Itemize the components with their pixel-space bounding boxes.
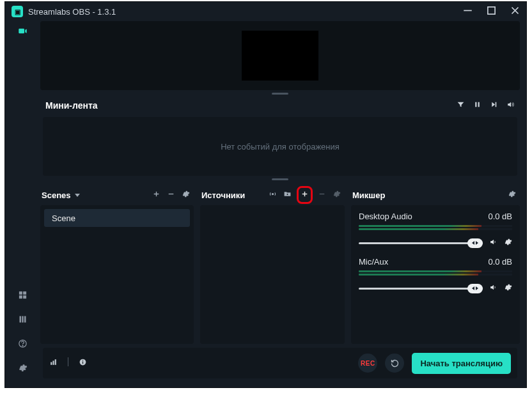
add-folder-source-icon[interactable] [283,190,292,200]
add-source-button[interactable] [297,186,313,204]
svg-rect-2 [23,291,26,295]
record-button[interactable]: REC [358,354,377,373]
settings-icon[interactable] [18,363,27,375]
filter-icon[interactable] [457,100,465,111]
track-settings-icon[interactable] [504,238,512,248]
preview-area [40,21,520,90]
window-title: Streamlabs OBS - 1.3.1 [28,7,116,17]
pause-icon[interactable] [473,100,481,111]
mute-icon[interactable] [489,283,497,293]
scene-settings-button[interactable] [182,190,190,200]
volume-slider[interactable] [359,288,483,290]
svg-rect-11 [478,102,480,107]
remove-source-button[interactable] [318,190,326,200]
mixer-item-level: 0.0 dB [488,257,512,267]
audio-meter [359,270,512,272]
sources-panel: Источники [200,185,345,344]
minifeed-heading: Мини-лента [45,100,98,111]
svg-point-9 [22,345,23,346]
editor-icon[interactable] [18,27,27,38]
add-broadcast-source-icon[interactable] [269,190,277,200]
go-live-button[interactable]: Начать трансляцию [412,353,511,374]
skip-icon[interactable] [490,100,498,111]
scene-item-label: Scene [52,214,75,223]
sources-body [200,205,345,344]
svg-rect-0 [488,7,495,14]
svg-rect-6 [22,316,24,323]
svg-rect-3 [19,295,22,299]
source-settings-button[interactable] [332,190,341,200]
scenes-panel: Scenes Scene [40,185,194,344]
minifeed-body: Нет событий для отображения [43,117,517,176]
divider [68,357,68,366]
resize-grip-2[interactable] [40,176,520,182]
window: ▣ Streamlabs OBS - 1.3.1 [4,1,527,388]
sources-heading: Источники [201,190,245,200]
mixer-item: Desktop Audio 0.0 dB [359,212,512,248]
svg-rect-5 [20,316,22,323]
mixer-panel: Микшер Desktop Audio 0.0 dB [351,185,520,344]
svg-point-13 [272,193,273,194]
svg-rect-16 [55,359,56,365]
chevron-down-icon [75,194,80,197]
mixer-item-level: 0.0 dB [488,212,512,221]
svg-rect-12 [496,102,497,107]
mixer-settings-button[interactable] [508,190,516,200]
maximize-button[interactable] [487,6,496,17]
add-scene-button[interactable] [152,190,160,200]
svg-rect-10 [475,102,476,107]
volume-icon[interactable] [506,100,515,111]
info-icon[interactable] [79,357,87,369]
scene-item[interactable]: Scene [44,209,190,227]
volume-slider[interactable] [359,242,483,244]
mixer-item-name: Mic/Aux [359,257,388,267]
minifeed-empty-label: Нет событий для отображения [221,142,340,152]
mute-icon[interactable] [489,238,497,248]
svg-rect-19 [82,360,83,361]
scenes-heading: Scenes [42,190,71,200]
replay-button[interactable] [385,354,404,373]
preview-canvas[interactable] [242,31,318,81]
svg-rect-7 [24,316,26,323]
minimize-button[interactable] [463,6,473,17]
close-button[interactable] [510,6,520,17]
sidebar [5,21,40,387]
scenes-dropdown[interactable]: Scenes [42,190,80,200]
svg-rect-1 [19,291,22,295]
resize-grip[interactable] [40,90,520,97]
minifeed-panel: Мини-лента Нет событий для отображения [40,97,520,176]
svg-rect-4 [23,295,26,299]
main: Мини-лента Нет событий для отображения [40,21,526,387]
titlebar: ▣ Streamlabs OBS - 1.3.1 [5,2,526,21]
mixer-item: Mic/Aux 0.0 dB [359,257,512,293]
help-icon[interactable] [18,339,27,350]
bottombar: REC Начать трансляцию [43,348,517,378]
svg-rect-18 [82,361,83,364]
stats-icon[interactable] [49,357,58,369]
library-icon[interactable] [18,315,27,326]
svg-rect-15 [52,361,54,365]
dashboard-icon[interactable] [18,290,27,302]
mixer-heading: Микшер [352,190,385,200]
remove-scene-button[interactable] [167,190,175,200]
audio-meter [359,228,512,230]
app-logo-icon: ▣ [12,6,23,17]
audio-meter [359,225,512,227]
svg-rect-14 [51,362,52,365]
track-settings-icon[interactable] [504,283,512,293]
audio-meter [359,274,512,276]
mixer-item-name: Desktop Audio [359,212,412,221]
